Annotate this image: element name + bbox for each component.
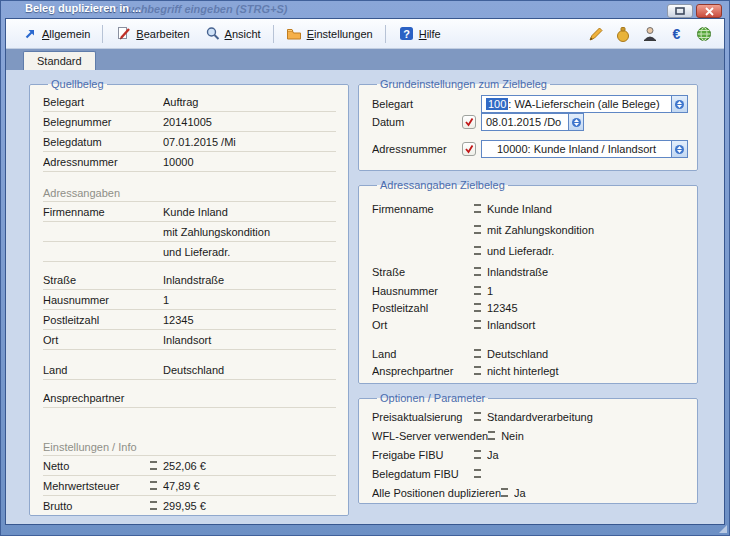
- app-window: er Suchbegriff eingeben (STRG+S) Beleg d…: [0, 0, 730, 536]
- table-row: Alle Positionen duplizieren Ja: [372, 483, 685, 502]
- arrow-up-right-icon: [21, 25, 38, 42]
- field-value: Deutschland: [163, 364, 336, 376]
- person-icon[interactable]: [641, 25, 658, 42]
- groupbox-quellbeleg: Quellbeleg Belegart Auftrag Belegnummer …: [29, 78, 349, 516]
- field-value: mit Zahlungskondition: [163, 226, 336, 238]
- field-value: Kunde Inland: [163, 206, 336, 218]
- table-row: Ort Inlandsort: [372, 316, 685, 333]
- equals-icon: [474, 349, 481, 358]
- toolbar: Allgemein Bearbeiten Ansicht Eins: [6, 19, 724, 49]
- field-value: 1: [487, 285, 685, 297]
- adressnummer-combobox[interactable]: 10000: Kunde Inland / Inlandsort: [481, 140, 688, 158]
- tab-strip: Standard: [6, 49, 724, 70]
- datum-input[interactable]: 08.01.2015 /Do: [481, 113, 569, 131]
- field-value: Ja: [487, 449, 685, 461]
- groupbox-title: Grundeinstellungen zum Zielbeleg: [377, 78, 550, 90]
- table-row: Ansprechpartner: [43, 388, 336, 408]
- field-value: 1: [163, 294, 336, 306]
- table-row: Firmenname Kunde Inland: [43, 202, 336, 222]
- globe-icon[interactable]: [695, 25, 712, 42]
- edit-document-icon: [115, 25, 132, 42]
- table-row: Brutto 299,95 €: [43, 496, 336, 516]
- close-button[interactable]: [696, 4, 722, 18]
- table-row: Straße Inlandstraße: [43, 270, 336, 290]
- field-value: Nein: [501, 430, 685, 442]
- field-value: 10000: [163, 156, 336, 168]
- equals-icon: [474, 286, 481, 295]
- field-label: Straße: [43, 274, 150, 286]
- adressnummer-checkbox[interactable]: [462, 142, 476, 156]
- spinner-button[interactable]: [671, 96, 687, 112]
- field-value: und Lieferadr.: [163, 246, 336, 258]
- equals-icon: [474, 320, 481, 329]
- spinner-button[interactable]: [671, 141, 687, 157]
- form-row-adressnummer: Adressnummer 10000: Kunde Inland / Inlan…: [372, 140, 688, 158]
- table-row: mit Zahlungskondition: [43, 222, 336, 242]
- menu-item-bearbeiten[interactable]: Bearbeiten: [108, 22, 196, 45]
- table-row: Land Deutschland: [372, 345, 685, 362]
- field-value: Inlandsort: [163, 334, 336, 346]
- field-value: 47,89 €: [163, 480, 336, 492]
- toolbar-separator: [273, 25, 274, 43]
- equals-icon: [474, 303, 481, 312]
- equals-icon: [150, 461, 157, 470]
- field-label: Mehrwertsteuer: [43, 480, 150, 492]
- check-icon: [464, 117, 474, 127]
- table-row: Ort Inlandsort: [43, 330, 336, 350]
- magnifier-icon: [204, 25, 221, 42]
- field-value: 07.01.2015 /Mi: [163, 136, 336, 148]
- table-row: Hausnummer 1: [43, 290, 336, 310]
- window-title: Beleg duplizieren in ...: [25, 2, 141, 14]
- menu-item-label: Ansicht: [225, 28, 261, 40]
- equals-icon: [474, 366, 481, 375]
- field-label: Netto: [43, 460, 150, 472]
- field-label: Postleitzahl: [43, 314, 150, 326]
- form-row-belegart: Belegart 100 : WA-Lieferschein (alle Bel…: [372, 95, 688, 113]
- field-value: Auftrag: [163, 96, 336, 108]
- field-value: Standardverarbeitung: [487, 411, 685, 423]
- svg-text:?: ?: [403, 28, 410, 40]
- datum-checkbox[interactable]: [462, 115, 476, 129]
- field-label: Ansprechpartner: [43, 392, 150, 404]
- field-label: Ansprechpartner: [372, 365, 474, 377]
- equals-icon: [474, 246, 481, 255]
- content-area: Quellbeleg Belegart Auftrag Belegnummer …: [6, 70, 724, 524]
- field-value: Inlandsort: [487, 319, 685, 331]
- field-label: Brutto: [43, 500, 150, 512]
- table-row: Straße Inlandstraße: [372, 261, 685, 282]
- resize-grip[interactable]: [719, 525, 727, 533]
- field-value: mit Zahlungskondition: [487, 224, 685, 236]
- field-label: Belegart: [43, 96, 150, 108]
- equals-icon: [474, 225, 481, 234]
- table-row: mit Zahlungskondition: [372, 219, 685, 240]
- pencil-icon[interactable]: [587, 25, 604, 42]
- groupbox-adressangaben-zielbeleg: Adressangaben Zielbeleg Firmenname Kunde…: [358, 179, 698, 384]
- window-body: Allgemein Bearbeiten Ansicht Eins: [5, 18, 725, 525]
- equals-icon: [150, 481, 157, 490]
- euro-icon[interactable]: €: [668, 25, 685, 42]
- field-label: Belegdatum: [43, 136, 150, 148]
- menu-item-label: Bearbeiten: [136, 28, 189, 40]
- spacer: [43, 380, 336, 388]
- field-label: Firmenname: [43, 206, 150, 218]
- restore-button[interactable]: [667, 4, 693, 18]
- field-label: Adressnummer: [43, 156, 150, 168]
- table-row: WFL-Server verwenden Nein: [372, 426, 685, 445]
- menu-item-hilfe[interactable]: ? Hilfe: [391, 22, 448, 45]
- tab-standard[interactable]: Standard: [23, 51, 96, 70]
- groupbox-title: Quellbeleg: [48, 78, 107, 90]
- menu-item-allgemein[interactable]: Allgemein: [14, 22, 97, 45]
- money-bag-icon[interactable]: [614, 25, 631, 42]
- groupbox-grundeinstellungen: Grundeinstellungen zum Zielbeleg Belegar…: [358, 78, 698, 171]
- spacer: [43, 172, 336, 180]
- field-label: Belegdatum FIBU: [372, 468, 474, 480]
- table-row: Postleitzahl 12345: [372, 299, 685, 316]
- belegart-combobox[interactable]: 100 : WA-Lieferschein (alle Belege): [481, 95, 688, 113]
- menu-item-einstellungen[interactable]: Einstellungen: [279, 22, 380, 45]
- equals-icon: [150, 501, 157, 510]
- table-row: Preisaktualsierung Standardverarbeitung: [372, 407, 685, 426]
- spinner-button[interactable]: [569, 113, 584, 131]
- table-row: Hausnummer 1: [372, 282, 685, 299]
- spacer: [43, 408, 336, 434]
- menu-item-ansicht[interactable]: Ansicht: [197, 22, 268, 45]
